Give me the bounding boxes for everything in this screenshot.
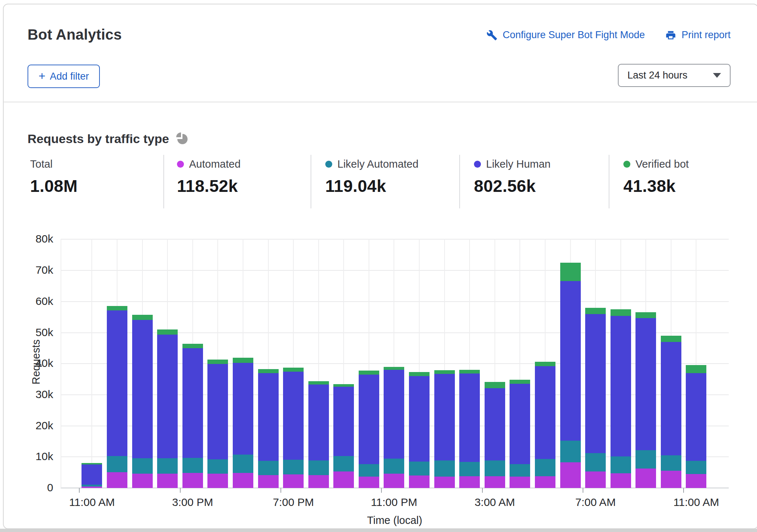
bar-segment-automated — [207, 474, 228, 488]
stacked-bar[interactable] — [409, 372, 430, 488]
stacked-bar[interactable] — [384, 367, 404, 488]
bar-segment-verified-bot — [308, 381, 329, 385]
bar-segment-verified-bot — [333, 384, 354, 387]
bar-segment-automated — [308, 475, 329, 488]
requests-by-traffic-type-chart: 010k20k30k40k50k60k70k80k11:00 AM3:00 PM… — [0, 0, 757, 532]
y-tick-label: 70k — [20, 264, 53, 276]
x-tick-label: 7:00 AM — [559, 496, 632, 509]
y-tick-label: 10k — [20, 450, 53, 463]
bar-segment-likely-human — [207, 364, 228, 459]
y-tick-label: 60k — [20, 295, 53, 307]
bar-segment-verified-bot — [283, 368, 304, 372]
bar-segment-automated — [409, 475, 430, 488]
x-axis-tick — [280, 488, 281, 493]
x-axis-tick — [79, 488, 80, 493]
bar-segment-verified-bot — [182, 344, 203, 348]
bar-segment-likely-human — [233, 363, 253, 455]
stacked-bar[interactable] — [233, 358, 253, 488]
bar-segment-automated — [384, 474, 404, 488]
stacked-bar[interactable] — [560, 263, 581, 488]
bar-segment-likely-automated — [308, 460, 329, 475]
bar-segment-likely-automated — [409, 462, 430, 475]
bar-segment-verified-bot — [635, 312, 656, 318]
bar-segment-verified-bot — [560, 263, 581, 281]
bar-segment-likely-automated — [485, 460, 505, 476]
x-axis-tick — [381, 488, 382, 493]
v-gridline — [61, 239, 61, 488]
bar-segment-automated — [485, 476, 505, 488]
x-tick-label: 11:00 AM — [659, 496, 733, 509]
x-axis-tick — [180, 488, 181, 493]
bar-segment-likely-human — [510, 384, 530, 464]
stacked-bar[interactable] — [107, 306, 127, 488]
bar-segment-verified-bot — [233, 358, 253, 363]
stacked-bar[interactable] — [485, 382, 505, 488]
bar-segment-likely-automated — [635, 450, 656, 469]
bar-segment-verified-bot — [510, 380, 530, 384]
bar-segment-likely-human — [459, 374, 480, 462]
stacked-bar[interactable] — [585, 308, 606, 488]
stacked-bar[interactable] — [434, 370, 455, 488]
bar-segment-verified-bot — [686, 365, 706, 373]
bar-segment-automated — [283, 474, 304, 488]
x-tick-label: 11:00 AM — [55, 496, 128, 509]
h-gridline — [61, 301, 729, 302]
stacked-bar[interactable] — [157, 329, 178, 488]
stacked-bar[interactable] — [359, 371, 379, 488]
bar-segment-automated — [661, 471, 681, 488]
bar-segment-likely-automated — [157, 458, 178, 474]
bar-segment-likely-automated — [283, 460, 304, 474]
bar-segment-likely-automated — [585, 453, 606, 471]
stacked-bar[interactable] — [333, 384, 354, 488]
bar-segment-verified-bot — [132, 315, 153, 320]
stacked-bar[interactable] — [308, 381, 329, 488]
y-tick-label: 20k — [20, 419, 53, 432]
x-tick-label: 3:00 AM — [458, 496, 532, 509]
stacked-bar[interactable] — [207, 360, 228, 488]
v-gridline — [91, 239, 92, 488]
bar-segment-verified-bot — [107, 306, 127, 310]
bar-segment-likely-human — [585, 314, 606, 453]
bar-segment-automated — [182, 473, 203, 488]
bar-segment-likely-automated — [535, 459, 555, 476]
x-tick-label: 11:00 PM — [357, 496, 431, 509]
bar-segment-automated — [132, 474, 153, 488]
stacked-bar[interactable] — [686, 365, 706, 488]
bar-segment-likely-automated — [459, 462, 480, 476]
x-tick-label: 3:00 PM — [156, 496, 229, 509]
stacked-bar[interactable] — [82, 463, 102, 488]
stacked-bar[interactable] — [182, 344, 203, 488]
bar-segment-verified-bot — [434, 370, 455, 374]
bar-segment-likely-automated — [182, 458, 203, 473]
bar-segment-likely-human — [283, 372, 304, 460]
x-tick-label: 7:00 PM — [257, 496, 330, 509]
bar-segment-likely-automated — [434, 460, 455, 477]
stacked-bar[interactable] — [258, 369, 279, 488]
bar-segment-likely-human — [611, 316, 631, 457]
bar-segment-likely-human — [409, 376, 430, 462]
bar-segment-automated — [459, 476, 480, 488]
bar-segment-likely-human — [661, 342, 681, 455]
bar-segment-likely-human — [560, 281, 581, 441]
stacked-bar[interactable] — [459, 370, 480, 488]
stacked-bar[interactable] — [283, 368, 304, 488]
bar-segment-automated — [686, 474, 706, 488]
stacked-bar[interactable] — [132, 315, 153, 488]
bar-segment-automated — [535, 476, 555, 488]
stacked-bar[interactable] — [661, 336, 681, 488]
bar-segment-automated — [635, 469, 656, 488]
bottom-section-divider — [0, 529, 757, 532]
bar-segment-automated — [560, 462, 581, 488]
bar-segment-likely-human — [686, 373, 706, 461]
y-axis-title: Requests — [30, 307, 42, 417]
h-gridline — [61, 270, 729, 271]
x-axis-tick — [683, 488, 684, 493]
stacked-bar[interactable] — [535, 362, 555, 488]
bar-segment-automated — [82, 487, 102, 488]
bar-segment-likely-automated — [333, 456, 354, 471]
h-gridline — [61, 239, 729, 240]
stacked-bar[interactable] — [611, 309, 631, 488]
stacked-bar[interactable] — [510, 380, 530, 488]
bar-segment-verified-bot — [585, 308, 606, 314]
stacked-bar[interactable] — [635, 312, 656, 488]
